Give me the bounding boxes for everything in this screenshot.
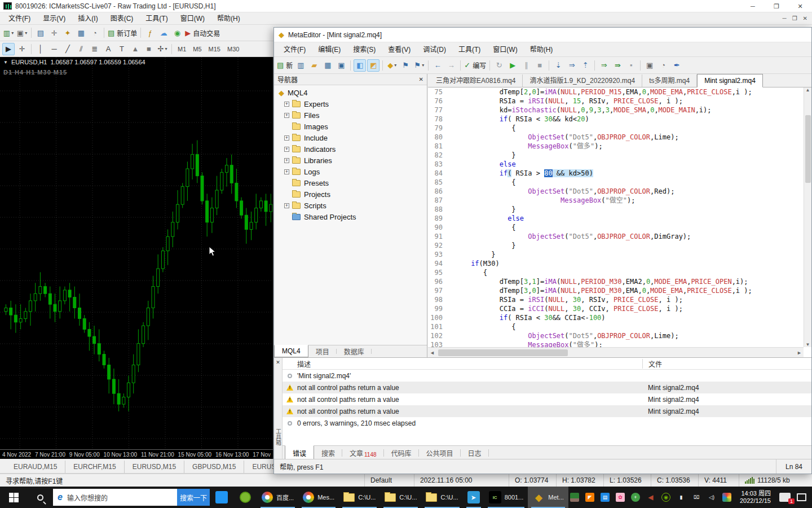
arrows-button[interactable]: ✢▾ [156,43,169,55]
start-button[interactable] [0,487,27,508]
child-window-controls[interactable]: ─❐✕ [783,15,812,21]
toolbox-tab-代码库[interactable]: 代码库 [384,446,419,460]
vertical-scrollbar[interactable]: ▲▼ [804,87,811,347]
code-line[interactable]: 82 } [428,151,804,160]
code-line[interactable]: 81 MessageBox("做多"); [428,142,804,151]
notification-icon[interactable]: 1 [779,493,791,502]
label-button[interactable]: T [116,43,128,55]
taskbar-app-telegram-app[interactable]: ➤ [463,487,484,508]
halt-button[interactable]: ▪ [625,59,637,72]
new-order-button[interactable]: ▤新订单 [107,27,138,39]
code-line[interactable]: 90 { [428,223,804,232]
nvidia-icon[interactable]: ◉ [661,493,670,502]
data-window-button[interactable]: ✛ [48,27,60,39]
navigator-close-icon[interactable]: ✕ [419,76,423,82]
mt4-menu-item[interactable]: 图表(C) [104,12,140,25]
shapes-button[interactable]: ▲ [129,43,142,55]
new-chart-button[interactable]: ▥▾ [2,27,15,39]
metaeditor-menu-item[interactable]: 编辑(E) [312,43,347,56]
taskbar-app-metaeditor-app[interactable]: ◆Met... [528,487,568,508]
dropdown-arrow-icon[interactable]: ▾ [11,30,14,36]
pinned-green-app[interactable] [233,487,257,508]
terminal-button[interactable]: ▦ [75,27,87,39]
publish-button[interactable]: ✒ [670,59,683,72]
code-line[interactable]: 75 dTemp[2,0]=iMA(NULL,PERIOD_M15,EMA,0,… [428,87,804,97]
taskbar-app-messenger-app[interactable]: Mes... [298,487,339,508]
action-center-icon[interactable] [797,493,806,501]
save-all-button[interactable]: ▣ [335,59,347,72]
navigator-tab-MQL4[interactable]: MQL4 [274,345,308,357]
code-line[interactable]: 87 MessageBox("做空"); [428,196,804,205]
back-button[interactable]: ← [431,59,444,72]
toggle-navigator-button[interactable]: ◧ [354,59,366,72]
step-out-button[interactable]: ⇡ [579,59,592,72]
file-tab[interactable]: ts多周期.mq4 [642,75,697,87]
toolbox-tab-文章[interactable]: 文章1148 [342,446,384,460]
expand-icon[interactable]: + [284,147,289,152]
expand-icon[interactable]: + [284,135,289,141]
code-line[interactable]: 98 RSIa = iRSI(NULL, 30, RSIv, PRICE_CLO… [428,295,804,304]
taskbar-app-baidu-browser[interactable]: 百度... [257,487,298,508]
navigator-root-mql4[interactable]: ◆MQL4 [277,87,427,98]
minimize-button[interactable]: ─ [741,0,765,12]
warning-row[interactable]: not all control paths return a valueMint… [283,405,811,417]
mql5-signals-button[interactable]: ◉ [171,27,183,39]
rectangle-button[interactable]: ■ [143,43,155,55]
channel-button[interactable]: ⫽ [75,43,87,55]
navigator-tab-项目[interactable]: 项目 [308,345,337,357]
toolbox-tab-错误[interactable]: 错误 [285,445,314,460]
code-area[interactable]: 75 dTemp[2,0]=iMA(NULL,PERIOD_M15,EMA,0,… [428,87,804,347]
tray-flower-icon[interactable]: ✿ [616,493,625,502]
new-project-button[interactable]: ▥ [294,59,307,72]
navigator-item-files[interactable]: +Files [277,110,427,121]
tray-green-plus-icon[interactable]: + [631,493,640,502]
volume-icon[interactable]: ◁) [707,493,716,502]
taskbar-app-folder-window-2[interactable]: C:\U... [380,487,421,508]
run-button[interactable]: ⇛ [611,59,624,72]
code-line[interactable]: 101 { [428,322,804,331]
debug-pause-button[interactable]: ∥ [520,59,532,72]
code-line[interactable]: 88 } [428,205,804,214]
navigator-button[interactable]: ✦ [61,27,74,39]
code-line[interactable]: 100 if( RSIa < 30&& CCIa<-100) [428,313,804,322]
compile-button[interactable]: ✓编写 [464,59,487,72]
save-button[interactable]: ▦ [321,59,334,72]
navigator-item-libraries[interactable]: +Libraries [277,155,427,166]
code-line[interactable]: 103 MessageBox("做多"); [428,340,804,347]
code-line[interactable]: 78 if( RSIa < 30&& kd<20) [428,115,804,124]
navigator-item-indicators[interactable]: +Indicators [277,143,427,155]
expand-icon[interactable]: + [284,113,289,118]
text-button[interactable]: A [102,43,114,55]
dropdown-arrow-icon[interactable]: ▾ [25,30,27,36]
expand-icon[interactable]: + [284,169,289,174]
market-watch-button[interactable]: ▤ [34,27,47,39]
new-file-button[interactable]: ▤新 [276,59,293,72]
file-column-header[interactable]: 文件 [642,359,811,369]
expand-icon[interactable]: + [284,158,289,163]
step-over-button[interactable]: ⇒ [566,59,578,72]
bookmark-func-button[interactable]: ⚑▾ [413,59,425,72]
code-line[interactable]: 99 CCIa = iCCI(NULL, 30, CCIv, PRICE_CLO… [428,304,804,313]
taskbar-app-mt4-terminal[interactable]: IC8001... [484,487,528,508]
price-chart[interactable]: ▼ EURUSD,H1 1.06587 1.06597 1.06559 1.06… [0,57,273,459]
toolbox-close-icon[interactable]: ✕ [276,360,280,365]
expand-icon[interactable]: + [284,102,289,107]
timeframe-m1-button[interactable]: M1 [174,43,189,55]
dropdown-arrow-icon[interactable]: ▾ [165,46,167,51]
file-tab[interactable]: 三角对冲跟踪EA0816.mq4 [429,75,523,87]
forward-button[interactable]: → [445,59,457,72]
crosshair-button[interactable]: ✛ [16,43,28,55]
maximize-button[interactable]: ❐ [765,0,788,12]
mql-wizard-button[interactable]: ◆▾ [386,59,398,72]
navigator-item-shared-projects[interactable]: Shared Projects [277,211,427,222]
info-row[interactable]: 0 errors, 3 warnings, 210 msec elapsed [283,417,811,429]
ime-colorful-icon[interactable] [722,493,731,502]
expand-icon[interactable]: + [284,203,289,208]
tray-media-icon[interactable]: ▤ [601,493,610,502]
status-profile[interactable]: Default [364,474,414,487]
pinned-blue-app[interactable] [210,487,233,508]
search-in-files-button[interactable]: ◔ [657,59,669,72]
code-line[interactable]: 77 kd=iStochastic(NULL,0,9,3,3,MODE_SMA,… [428,106,804,115]
navigator-item-presets[interactable]: Presets [277,177,427,189]
chart-tab-gbpusd-m15[interactable]: GBPUSD,M15 [184,461,244,473]
